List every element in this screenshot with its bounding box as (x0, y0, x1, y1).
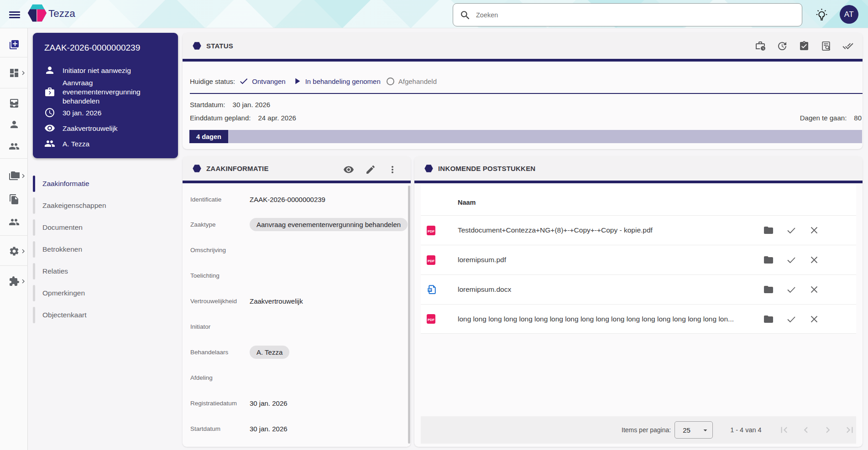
svg-text:PDF: PDF (428, 318, 434, 322)
svg-text:PDF: PDF (428, 229, 434, 233)
svg-text:W: W (429, 288, 432, 291)
svg-text:PDF: PDF (428, 259, 434, 263)
